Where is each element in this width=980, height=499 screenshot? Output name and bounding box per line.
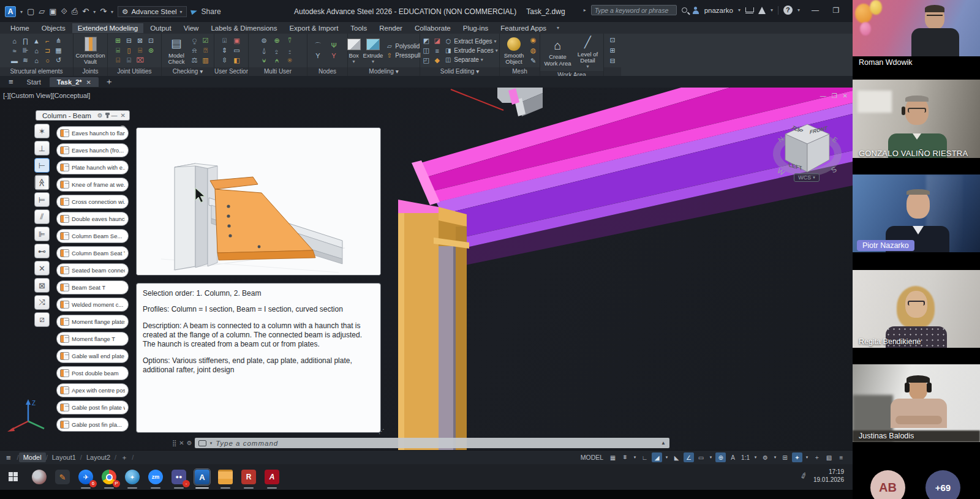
grid-toggle-icon[interactable] [608, 452, 618, 462]
palette-item[interactable]: Knee of frame at we... [56, 178, 129, 192]
palette-pin-icon[interactable] [107, 113, 108, 118]
category-cross-brace-icon[interactable] [34, 261, 50, 276]
category-favorites-icon[interactable] [34, 124, 50, 138]
signed-in-user[interactable]: pnazarko [704, 7, 733, 14]
viewport-corner-label[interactable]: [-][Custom View][Conceptual] [3, 92, 90, 99]
palette-item[interactable]: Beam Seat T [56, 280, 129, 295]
palette-item[interactable]: Column Beam Seat T [56, 246, 129, 260]
ribbon-icon[interactable] [124, 36, 134, 45]
taskbar-app-teams[interactable]: ●●- [171, 469, 187, 485]
snap-toggle-icon[interactable] [620, 452, 630, 462]
ribbon-icon[interactable] [32, 46, 41, 55]
palette-item[interactable]: Plate haunch with e... [56, 160, 129, 174]
ribbon-icon[interactable] [273, 46, 282, 55]
palette-item[interactable]: Gable post fin plate wi... [56, 400, 129, 415]
ribbon-icon[interactable] [529, 56, 538, 66]
model-space-indicator[interactable]: MODEL [581, 454, 603, 461]
tab-featured-apps[interactable]: Featured Apps [495, 23, 552, 33]
wcs-selector[interactable]: WCS [794, 173, 820, 182]
more-caret-icon[interactable] [804, 452, 810, 462]
tab-output[interactable]: Output [145, 23, 177, 33]
new-tab-icon[interactable] [100, 77, 118, 88]
taskbar-app-1[interactable] [31, 469, 47, 485]
lineweight-icon[interactable] [696, 452, 706, 462]
ribbon-icon[interactable] [201, 56, 210, 65]
category-turnbuckle-icon[interactable] [34, 295, 50, 310]
start-button[interactable] [9, 472, 18, 481]
ribbon-icon[interactable] [608, 36, 617, 45]
ribbon-icon[interactable] [285, 36, 295, 45]
new-file-icon[interactable] [27, 7, 34, 17]
tab-collaborate[interactable]: Collaborate [409, 23, 456, 33]
file-tabs-menu-icon[interactable] [4, 77, 18, 86]
category-plate-icon[interactable] [34, 227, 50, 241]
taskbar-app-zoom[interactable]: zm [148, 469, 164, 485]
ribbon-icon[interactable] [608, 56, 617, 66]
ribbon-icon[interactable] [330, 51, 339, 61]
ribbon-icon[interactable] [32, 36, 41, 45]
palette-item[interactable]: Post double beam [56, 366, 129, 380]
ribbon-icon[interactable] [330, 41, 339, 50]
ribbon-icon[interactable] [54, 36, 63, 45]
palette-item[interactable]: Cross connection wi... [56, 195, 129, 209]
ribbon-icon[interactable] [314, 51, 323, 61]
ortho-toggle-icon[interactable] [639, 452, 650, 462]
new-layout-button[interactable] [116, 452, 132, 463]
participant-overflow-count[interactable]: +69 [925, 470, 960, 499]
category-splice-icon[interactable] [34, 192, 50, 207]
category-pin-joint-icon[interactable] [34, 244, 50, 258]
command-drag-handle[interactable] [172, 440, 176, 446]
ribbon-icon[interactable] [124, 46, 134, 55]
layout-menu-icon[interactable] [0, 453, 17, 462]
palette-item[interactable]: Gable post fin pla... [56, 418, 129, 432]
system-clock[interactable]: 17:19 19.01.2026 [813, 468, 844, 484]
ribbon-icon[interactable] [113, 56, 123, 65]
command-close-icon[interactable] [179, 440, 184, 446]
scale-caret-icon[interactable] [753, 452, 758, 462]
connection-vault-button[interactable]: Connection Vault [76, 36, 105, 66]
command-line[interactable]: Type a command [172, 437, 669, 449]
ribbon-icon[interactable] [529, 46, 538, 55]
ribbon-icon[interactable] [21, 56, 30, 65]
tab-model[interactable]: Model [19, 452, 46, 462]
ribbon-icon[interactable] [32, 56, 41, 65]
viewport-close-icon[interactable] [843, 92, 848, 99]
lineweight-caret-icon[interactable] [708, 452, 714, 462]
palette-item[interactable]: Apex with centre post [56, 383, 129, 397]
view-cube[interactable]: N E W S TOP LEFT FRONT [771, 113, 844, 181]
palette-item[interactable]: Welded moment c... [56, 298, 129, 312]
osnap-toggle-icon[interactable] [684, 452, 694, 462]
level-of-detail-button[interactable]: Level of Detail [575, 35, 601, 70]
ribbon-icon[interactable] [260, 36, 269, 45]
taskbar-app-advance-steel[interactable]: A [194, 469, 210, 485]
extrude-faces-button[interactable]: Extrude Faces [444, 47, 498, 54]
taskbar-app-browser[interactable]: ✦ [124, 469, 140, 485]
polar-tracking-icon[interactable] [652, 452, 662, 462]
tab-start[interactable]: Start [20, 77, 48, 87]
presspull-button[interactable]: Presspull [385, 51, 420, 59]
ribbon-icon[interactable] [608, 46, 617, 55]
ribbon-icon[interactable] [432, 56, 442, 65]
palette-item[interactable]: Moment flange plates [56, 315, 129, 329]
smooth-object-button[interactable]: Smooth Object [502, 36, 526, 66]
palette-item[interactable]: Moment flange T [56, 332, 129, 346]
restore-button[interactable] [828, 6, 844, 15]
store-cart-icon[interactable] [745, 7, 753, 13]
ribbon-icon[interactable] [232, 56, 241, 65]
polar-caret-icon[interactable] [664, 452, 669, 462]
tab-export-import[interactable]: Export & Import [284, 23, 344, 33]
autodesk-icon[interactable] [758, 7, 766, 14]
ribbon-icon[interactable] [201, 46, 210, 55]
participant-video[interactable] [853, 364, 980, 442]
ribbon-icon[interactable] [146, 36, 156, 45]
close-tab-icon[interactable] [86, 79, 91, 86]
ribbon-icon[interactable] [54, 46, 63, 55]
ribbon-icon[interactable] [432, 46, 442, 55]
ribbon-icon[interactable] [260, 46, 269, 55]
isolate-objects-icon[interactable] [812, 452, 822, 462]
category-purlin-icon[interactable] [35, 175, 50, 190]
save-icon[interactable] [49, 7, 56, 17]
tab-render[interactable]: Render [374, 23, 408, 33]
ribbon-icon[interactable] [220, 46, 229, 55]
open-file-icon[interactable] [39, 7, 45, 17]
